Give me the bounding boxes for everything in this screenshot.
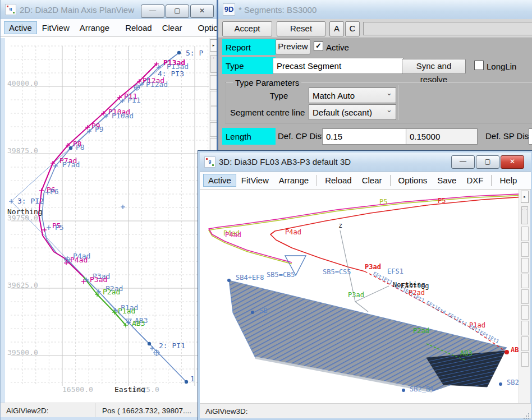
plot-label: P2ad bbox=[413, 327, 429, 335]
plot-label: P2ad bbox=[103, 288, 120, 296]
menu-item-dxf[interactable]: DXF bbox=[461, 174, 488, 187]
plot-label: P12ad bbox=[146, 80, 168, 89]
menu-item-save[interactable]: Save bbox=[432, 174, 461, 187]
strip-button[interactable] bbox=[521, 274, 529, 288]
curve-axis-east bbox=[355, 302, 368, 312]
menu-separator bbox=[317, 175, 317, 186]
menu-item-active[interactable]: Active bbox=[203, 174, 236, 187]
plot-label: Northing bbox=[7, 207, 43, 216]
strip-arrow-button[interactable]: ▸ bbox=[521, 191, 529, 203]
menu-item-reload[interactable]: Reload bbox=[320, 174, 357, 187]
window-3d-title: 3D: Dia3D FL03 AB3-P3 default 3D bbox=[219, 157, 351, 167]
strip-button[interactable] bbox=[521, 336, 529, 351]
window-segments-titlebar[interactable]: 9D * Segments: BS3000 bbox=[218, 0, 532, 20]
plot-label: AB3 bbox=[132, 319, 145, 327]
longlin-checkbox[interactable] bbox=[474, 61, 484, 70]
plot-label: P4ad bbox=[285, 228, 301, 236]
plot-3d-side-toolbar[interactable]: ▸· : · bbox=[519, 190, 530, 403]
plot-label: SB2_B4 bbox=[410, 385, 434, 393]
param-type-combo[interactable]: Match Auto ⌄ bbox=[309, 87, 396, 103]
menu-item-help[interactable]: Help bbox=[494, 174, 522, 187]
centre-line-combo[interactable]: Default (secant) ⌄ bbox=[309, 104, 396, 120]
menu-item-reload[interactable]: Reload bbox=[120, 21, 157, 34]
plot-3d-canvas[interactable]: EEt1Et1EEt1EFt1Et1EEt1Et4EEt1Et1EEt1EFt1… bbox=[200, 190, 519, 403]
type-parameters-title: Type Parameters bbox=[233, 78, 301, 87]
preview-button[interactable]: Preview bbox=[276, 39, 310, 54]
reset-button[interactable]: Reset bbox=[277, 21, 325, 36]
maximize-button[interactable]: ▢ bbox=[476, 155, 499, 169]
plot-label: P3ad bbox=[348, 291, 364, 299]
plot-label: P11 bbox=[127, 96, 140, 104]
centre-line-label: Segment centre line bbox=[230, 108, 305, 117]
plot-label: P5 bbox=[438, 197, 446, 205]
menu-item-fitview[interactable]: FitView bbox=[236, 174, 274, 187]
active-checkbox[interactable]: ✓ bbox=[314, 41, 323, 51]
geo-app-icon: g bbox=[5, 4, 16, 15]
plot-label: AB bbox=[511, 346, 519, 354]
param-type-value: Match Auto bbox=[313, 91, 355, 100]
window-3d-titlebar[interactable]: g 3D: Dia3D FL03 AB3-P3 default 3D — ▢ ✕ bbox=[200, 153, 531, 172]
strip-button[interactable] bbox=[521, 352, 529, 367]
close-button[interactable]: ✕ bbox=[501, 155, 524, 169]
cp-dist-display: 0.15000 bbox=[406, 128, 478, 145]
plot-label: P13ad bbox=[167, 62, 189, 71]
edge-label: Et1 bbox=[489, 335, 500, 344]
c-button[interactable]: C bbox=[345, 21, 360, 36]
maximize-button[interactable]: ▢ bbox=[166, 4, 189, 18]
window-2d-titlebar[interactable]: g 2D: Dia2D Main Axis PlanView — ▢ ✕ bbox=[1, 0, 217, 20]
menu-item-fitview[interactable]: FitView bbox=[37, 21, 75, 34]
length-label[interactable]: Length bbox=[222, 128, 276, 145]
strip-slider-thumb[interactable]: · : · bbox=[210, 55, 217, 73]
report-label[interactable]: Report bbox=[222, 39, 276, 55]
menu-item-arrange[interactable]: Arrange bbox=[75, 21, 114, 34]
strip-button[interactable] bbox=[521, 321, 529, 335]
type-label[interactable]: Type bbox=[222, 57, 276, 74]
close-button[interactable]: ✕ bbox=[190, 4, 214, 18]
plot-2d-canvas[interactable]: 40000.039875.039750.039625.039500.016500… bbox=[5, 38, 209, 393]
strip-slider-thumb[interactable]: · : · bbox=[521, 206, 528, 224]
sp-dist-input[interactable]: 0. bbox=[529, 128, 532, 145]
window-segments-title: * Segments: BS3000 bbox=[239, 5, 317, 15]
minimize-button[interactable]: — bbox=[451, 155, 475, 169]
type-field[interactable]: Precast Segment bbox=[273, 58, 403, 74]
sync-resolve-button[interactable]: Sync and resolve bbox=[402, 59, 466, 74]
menu-item-clear[interactable]: Clear bbox=[157, 21, 187, 34]
plot-label: SB5=CB5 bbox=[267, 271, 295, 279]
status-2d-position: Pos ( 16623.732, 39807.... bbox=[102, 407, 191, 415]
sp-dist-label: Def. SP Dist. bbox=[485, 131, 532, 141]
plot-label: SB bbox=[259, 307, 267, 315]
plot-label: z bbox=[338, 221, 342, 229]
menu-item-options[interactable]: Options bbox=[193, 21, 217, 34]
plot-label: 5: P bbox=[186, 49, 203, 57]
longlin-checkbox-label: LongLin bbox=[487, 62, 516, 71]
menu-item-options[interactable]: Options bbox=[393, 174, 433, 187]
minimize-button[interactable]: — bbox=[141, 4, 164, 18]
toolbar-spacer bbox=[363, 22, 532, 35]
menu-item-clear[interactable]: Clear bbox=[357, 174, 387, 187]
chevron-down-icon: ⌄ bbox=[386, 105, 392, 114]
plot-left-frame bbox=[1, 38, 5, 417]
menu-item-active[interactable]: Active bbox=[4, 21, 37, 34]
edge-label: Et1 bbox=[383, 276, 393, 285]
plot-label: SB2 bbox=[507, 379, 519, 386]
plot-label: P8 bbox=[76, 143, 85, 151]
resize-grip[interactable] bbox=[524, 412, 530, 419]
strip-button[interactable] bbox=[521, 289, 529, 304]
strip-arrow-button[interactable]: ▸ bbox=[210, 39, 218, 52]
plot-label: SB5=CS5 bbox=[323, 268, 351, 276]
menu-separator bbox=[491, 175, 492, 186]
accept-button[interactable]: Accept bbox=[222, 21, 272, 36]
plot-label: SB4+EF8 bbox=[236, 274, 264, 281]
strip-button[interactable] bbox=[521, 305, 529, 320]
cp-dist-input[interactable]: 0.15 bbox=[322, 128, 409, 145]
menu-item-arrange[interactable]: Arrange bbox=[274, 174, 314, 187]
plot-label: P4ad bbox=[225, 231, 241, 239]
chevron-down-icon: ⌄ bbox=[386, 89, 392, 97]
a-button[interactable]: A bbox=[329, 21, 344, 36]
strip-button[interactable] bbox=[521, 227, 529, 241]
plot-label: 16500.0 bbox=[62, 385, 93, 393]
strip-button[interactable] bbox=[521, 242, 529, 257]
strip-button[interactable] bbox=[521, 258, 529, 273]
plot-label: 39625.0 bbox=[7, 281, 38, 289]
plot-label: P7ad bbox=[62, 160, 80, 169]
